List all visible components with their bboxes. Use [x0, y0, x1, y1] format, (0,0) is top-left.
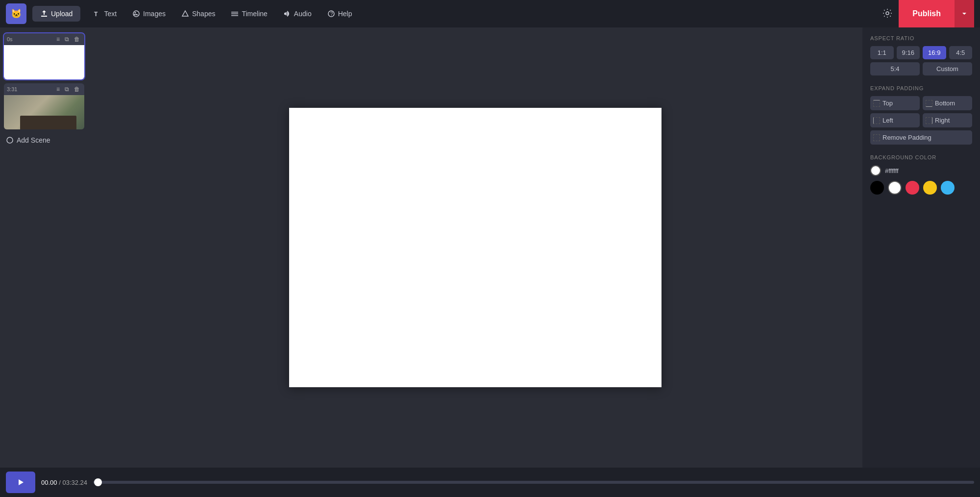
nav-audio-label: Audio [294, 10, 312, 18]
expand-padding-label: EXPAND PADDING [870, 85, 972, 91]
upload-label: Upload [51, 10, 73, 18]
nav-items: T Text Images Shapes Timeline Audio ? He… [86, 6, 480, 22]
ratio-1-1[interactable]: 1:1 [870, 46, 894, 59]
timeline-handle[interactable] [94, 478, 102, 486]
publish-dropdown-button[interactable] [955, 0, 974, 27]
scene-copy-btn-2[interactable]: ⧉ [63, 85, 71, 93]
nav-item-images[interactable]: Images [125, 6, 172, 22]
canvas-frame[interactable] [289, 108, 662, 387]
svg-rect-8 [231, 15, 238, 16]
help-icon: ? [327, 10, 335, 18]
svg-marker-13 [19, 479, 24, 485]
upload-button[interactable]: Upload [32, 6, 80, 22]
swatch-blue[interactable] [941, 181, 955, 195]
scene-card-1[interactable]: 0s ≡ ⧉ 🗑 [4, 33, 84, 79]
add-scene-icon [6, 136, 14, 144]
padding-bottom-button[interactable]: Bottom [923, 96, 972, 110]
padding-remove-label: Remove Padding [882, 134, 931, 141]
scene-card-2[interactable]: 3:31 ≡ ⧉ 🗑 [4, 83, 84, 129]
nav-item-text[interactable]: T Text [86, 6, 123, 22]
scene-thumb-1 [4, 45, 84, 79]
color-row: #ffffff [870, 165, 972, 176]
scene-header-2: 3:31 ≡ ⧉ 🗑 [4, 83, 84, 95]
app-logo[interactable]: 🐱 [6, 3, 26, 24]
publish-label: Publish [912, 9, 941, 18]
padding-top-icon [873, 100, 880, 107]
padding-grid: Top Bottom Left Right Remove Padding [870, 96, 972, 145]
upload-icon [40, 10, 48, 18]
add-scene-label: Add Scene [17, 136, 50, 144]
nav-item-audio[interactable]: Audio [276, 6, 318, 22]
publish-button[interactable]: Publish [899, 0, 955, 27]
scene-menu-btn-2[interactable]: ≡ [55, 85, 61, 93]
padding-left-label: Left [882, 117, 893, 124]
nav-item-timeline[interactable]: Timeline [224, 6, 274, 22]
play-button[interactable] [6, 472, 35, 493]
nav-text-label: Text [104, 10, 117, 18]
settings-button[interactable] [878, 4, 897, 24]
svg-text:?: ? [330, 11, 333, 17]
text-icon: T [93, 10, 101, 18]
scene-header-icons-1: ≡ ⧉ 🗑 [55, 35, 81, 43]
time-total: 03:32.24 [62, 479, 87, 486]
swatch-black[interactable] [870, 181, 884, 195]
scene-time-2: 3:31 [7, 86, 17, 92]
swatch-red[interactable] [906, 181, 919, 195]
settings-icon [882, 8, 893, 19]
time-display: 00.00 / 03:32.24 [41, 479, 87, 486]
bottom-bar: 00.00 / 03:32.24 [0, 468, 980, 497]
swatch-yellow[interactable] [923, 181, 937, 195]
padding-remove-icon [873, 134, 880, 141]
scene-delete-btn-2[interactable]: 🗑 [73, 85, 81, 93]
add-scene-button[interactable]: Add Scene [4, 133, 84, 147]
padding-top-label: Top [882, 99, 893, 107]
padding-right-label: Right [935, 117, 950, 124]
ratio-custom[interactable]: Custom [923, 62, 972, 75]
svg-point-12 [7, 137, 13, 143]
padding-right-button[interactable]: Right [923, 113, 972, 127]
canvas-area[interactable] [88, 27, 862, 468]
nav-item-help[interactable]: ? Help [320, 6, 359, 22]
nav-images-label: Images [143, 10, 166, 18]
aspect-ratio-section: ASPECT RATIO 1:1 9:16 16:9 4:5 5:4 Custo… [870, 35, 972, 75]
padding-top-button[interactable]: Top [870, 96, 920, 110]
scene-delete-btn-1[interactable]: 🗑 [73, 35, 81, 43]
timeline-track[interactable] [93, 481, 974, 484]
expand-padding-section: EXPAND PADDING Top Bottom Left Right [870, 85, 972, 145]
scene-header-icons-2: ≡ ⧉ 🗑 [55, 85, 81, 93]
timeline-icon [231, 10, 239, 18]
audio-icon [283, 10, 291, 18]
images-icon [132, 10, 140, 18]
svg-text:T: T [94, 11, 98, 18]
padding-left-button[interactable]: Left [870, 113, 920, 127]
color-preview-swatch[interactable] [870, 165, 881, 176]
main-area: 0s ≡ ⧉ 🗑 3:31 ≡ ⧉ 🗑 [0, 27, 980, 468]
ratio-16-9[interactable]: 16:9 [923, 46, 946, 59]
ratio-9-16[interactable]: 9:16 [897, 46, 920, 59]
play-icon [17, 478, 24, 486]
scene-blank-1 [4, 45, 84, 79]
swatch-white[interactable] [888, 181, 902, 195]
scene-room-thumb-2 [4, 95, 84, 129]
svg-point-3 [133, 11, 139, 17]
background-color-section: BACKGROUND COLOR #ffffff [870, 154, 972, 195]
padding-remove-button[interactable]: Remove Padding [870, 130, 972, 145]
svg-marker-5 [182, 11, 188, 16]
nav-item-shapes[interactable]: Shapes [174, 6, 222, 22]
topnav: 🐱 Upload T Text Images Shapes Timeline A… [0, 0, 980, 27]
color-hex-value: #ffffff [885, 167, 899, 174]
ratio-4-5[interactable]: 4:5 [949, 46, 973, 59]
time-current: 00.00 [41, 479, 57, 486]
scene-copy-btn-1[interactable]: ⧉ [63, 35, 71, 43]
svg-rect-6 [231, 12, 238, 13]
nav-timeline-label: Timeline [242, 10, 267, 18]
scene-header-1: 0s ≡ ⧉ 🗑 [4, 33, 84, 45]
time-separator: / [59, 479, 61, 486]
svg-rect-7 [231, 14, 238, 15]
background-color-label: BACKGROUND COLOR [870, 154, 972, 160]
scene-menu-btn-1[interactable]: ≡ [55, 35, 61, 43]
ratio-5-4[interactable]: 5:4 [870, 62, 920, 75]
right-panel: ASPECT RATIO 1:1 9:16 16:9 4:5 5:4 Custo… [862, 27, 980, 468]
padding-bottom-icon [926, 100, 932, 107]
aspect-ratio-label: ASPECT RATIO [870, 35, 972, 41]
